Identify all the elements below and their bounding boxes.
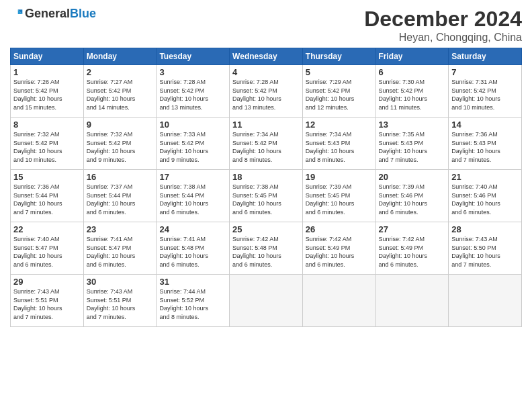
table-row: 15Sunrise: 7:36 AM Sunset: 5:44 PM Dayli… — [11, 170, 84, 222]
day-detail: Sunrise: 7:36 AM Sunset: 5:43 PM Dayligh… — [451, 130, 519, 164]
col-thursday: Thursday — [302, 48, 375, 65]
table-row: 30Sunrise: 7:43 AM Sunset: 5:51 PM Dayli… — [83, 275, 157, 327]
day-number: 5 — [306, 67, 373, 77]
table-row: 21Sunrise: 7:40 AM Sunset: 5:46 PM Dayli… — [449, 170, 522, 222]
table-row: 10Sunrise: 7:33 AM Sunset: 5:42 PM Dayli… — [157, 118, 230, 170]
day-number: 14 — [451, 120, 519, 130]
day-detail: Sunrise: 7:31 AM Sunset: 5:42 PM Dayligh… — [451, 78, 519, 111]
table-row: 2Sunrise: 7:27 AM Sunset: 5:42 PM Daylig… — [83, 65, 157, 118]
day-detail: Sunrise: 7:41 AM Sunset: 5:48 PM Dayligh… — [159, 235, 226, 269]
day-number: 30 — [87, 277, 154, 287]
table-row: 17Sunrise: 7:38 AM Sunset: 5:44 PM Dayli… — [157, 170, 230, 222]
day-number: 29 — [13, 277, 81, 287]
day-number: 20 — [379, 172, 446, 182]
table-row: 27Sunrise: 7:42 AM Sunset: 5:49 PM Dayli… — [375, 222, 449, 275]
table-row: 19Sunrise: 7:39 AM Sunset: 5:45 PM Dayli… — [302, 170, 375, 222]
day-detail: Sunrise: 7:42 AM Sunset: 5:49 PM Dayligh… — [379, 235, 446, 269]
calendar-header-row: Sunday Monday Tuesday Wednesday Thursday… — [11, 48, 522, 65]
day-number: 18 — [232, 172, 300, 182]
table-row: 8Sunrise: 7:32 AM Sunset: 5:42 PM Daylig… — [11, 118, 84, 170]
day-number: 15 — [13, 172, 81, 182]
day-detail: Sunrise: 7:44 AM Sunset: 5:52 PM Dayligh… — [159, 287, 226, 321]
table-row: 26Sunrise: 7:42 AM Sunset: 5:49 PM Dayli… — [302, 222, 375, 275]
table-row — [230, 275, 303, 327]
logo-general: GeneralBlue — [25, 7, 96, 21]
day-detail: Sunrise: 7:40 AM Sunset: 5:46 PM Dayligh… — [451, 183, 519, 216]
day-number: 17 — [159, 172, 226, 182]
title-block: December 2024 Heyan, Chongqing, China — [364, 7, 522, 44]
day-detail: Sunrise: 7:38 AM Sunset: 5:44 PM Dayligh… — [159, 183, 226, 216]
header: GeneralBlue December 2024 Heyan, Chongqi… — [10, 7, 522, 44]
table-row: 23Sunrise: 7:41 AM Sunset: 5:47 PM Dayli… — [83, 222, 157, 275]
day-number: 11 — [232, 120, 300, 130]
calendar-week-row: 15Sunrise: 7:36 AM Sunset: 5:44 PM Dayli… — [11, 170, 522, 222]
day-detail: Sunrise: 7:28 AM Sunset: 5:42 PM Dayligh… — [232, 78, 300, 111]
day-number: 8 — [13, 120, 81, 130]
table-row: 25Sunrise: 7:42 AM Sunset: 5:48 PM Dayli… — [230, 222, 303, 275]
day-detail: Sunrise: 7:34 AM Sunset: 5:42 PM Dayligh… — [232, 130, 300, 164]
day-detail: Sunrise: 7:43 AM Sunset: 5:51 PM Dayligh… — [87, 287, 154, 321]
day-detail: Sunrise: 7:35 AM Sunset: 5:43 PM Dayligh… — [379, 130, 446, 164]
day-detail: Sunrise: 7:36 AM Sunset: 5:44 PM Dayligh… — [13, 183, 81, 216]
day-detail: Sunrise: 7:40 AM Sunset: 5:47 PM Dayligh… — [13, 235, 81, 269]
day-detail: Sunrise: 7:43 AM Sunset: 5:50 PM Dayligh… — [451, 235, 519, 269]
logo-icon — [10, 7, 24, 21]
table-row: 28Sunrise: 7:43 AM Sunset: 5:50 PM Dayli… — [449, 222, 522, 275]
table-row — [375, 275, 449, 327]
subtitle: Heyan, Chongqing, China — [364, 32, 522, 44]
day-number: 9 — [87, 120, 154, 130]
day-number: 19 — [306, 172, 373, 182]
day-number: 10 — [159, 120, 226, 130]
day-number: 4 — [232, 67, 300, 77]
day-number: 16 — [87, 172, 154, 182]
day-number: 3 — [159, 67, 226, 77]
table-row: 24Sunrise: 7:41 AM Sunset: 5:48 PM Dayli… — [157, 222, 230, 275]
calendar-week-row: 8Sunrise: 7:32 AM Sunset: 5:42 PM Daylig… — [11, 118, 522, 170]
table-row: 22Sunrise: 7:40 AM Sunset: 5:47 PM Dayli… — [11, 222, 84, 275]
day-detail: Sunrise: 7:42 AM Sunset: 5:48 PM Dayligh… — [232, 235, 300, 269]
day-detail: Sunrise: 7:39 AM Sunset: 5:45 PM Dayligh… — [306, 183, 373, 216]
day-detail: Sunrise: 7:28 AM Sunset: 5:42 PM Dayligh… — [159, 78, 226, 111]
calendar-table: Sunday Monday Tuesday Wednesday Thursday… — [10, 48, 522, 327]
col-tuesday: Tuesday — [157, 48, 230, 65]
day-detail: Sunrise: 7:41 AM Sunset: 5:47 PM Dayligh… — [87, 235, 154, 269]
day-detail: Sunrise: 7:30 AM Sunset: 5:42 PM Dayligh… — [379, 78, 446, 111]
col-wednesday: Wednesday — [230, 48, 303, 65]
day-detail: Sunrise: 7:38 AM Sunset: 5:45 PM Dayligh… — [232, 183, 300, 216]
table-row — [302, 275, 375, 327]
day-number: 26 — [306, 224, 373, 234]
day-number: 27 — [379, 224, 446, 234]
table-row: 12Sunrise: 7:34 AM Sunset: 5:43 PM Dayli… — [302, 118, 375, 170]
day-number: 13 — [379, 120, 446, 130]
day-detail: Sunrise: 7:32 AM Sunset: 5:42 PM Dayligh… — [13, 130, 81, 164]
table-row: 9Sunrise: 7:32 AM Sunset: 5:42 PM Daylig… — [83, 118, 157, 170]
day-number: 6 — [379, 67, 446, 77]
table-row: 14Sunrise: 7:36 AM Sunset: 5:43 PM Dayli… — [449, 118, 522, 170]
day-number: 22 — [13, 224, 81, 234]
calendar-week-row: 22Sunrise: 7:40 AM Sunset: 5:47 PM Dayli… — [11, 222, 522, 275]
calendar-week-row: 1Sunrise: 7:26 AM Sunset: 5:42 PM Daylig… — [11, 65, 522, 118]
table-row: 11Sunrise: 7:34 AM Sunset: 5:42 PM Dayli… — [230, 118, 303, 170]
table-row: 18Sunrise: 7:38 AM Sunset: 5:45 PM Dayli… — [230, 170, 303, 222]
table-row — [449, 275, 522, 327]
day-detail: Sunrise: 7:43 AM Sunset: 5:51 PM Dayligh… — [13, 287, 81, 321]
col-monday: Monday — [83, 48, 157, 65]
day-detail: Sunrise: 7:29 AM Sunset: 5:42 PM Dayligh… — [306, 78, 373, 111]
day-number: 25 — [232, 224, 300, 234]
day-number: 21 — [451, 172, 519, 182]
day-detail: Sunrise: 7:27 AM Sunset: 5:42 PM Dayligh… — [87, 78, 154, 111]
page-container: GeneralBlue December 2024 Heyan, Chongqi… — [0, 0, 532, 334]
table-row: 31Sunrise: 7:44 AM Sunset: 5:52 PM Dayli… — [157, 275, 230, 327]
day-detail: Sunrise: 7:34 AM Sunset: 5:43 PM Dayligh… — [306, 130, 373, 164]
col-sunday: Sunday — [11, 48, 84, 65]
calendar-week-row: 29Sunrise: 7:43 AM Sunset: 5:51 PM Dayli… — [11, 275, 522, 327]
table-row: 5Sunrise: 7:29 AM Sunset: 5:42 PM Daylig… — [302, 65, 375, 118]
table-row: 29Sunrise: 7:43 AM Sunset: 5:51 PM Dayli… — [11, 275, 84, 327]
table-row: 16Sunrise: 7:37 AM Sunset: 5:44 PM Dayli… — [83, 170, 157, 222]
day-number: 24 — [159, 224, 226, 234]
main-title: December 2024 — [364, 7, 522, 32]
day-detail: Sunrise: 7:32 AM Sunset: 5:42 PM Dayligh… — [87, 130, 154, 164]
day-number: 31 — [159, 277, 226, 287]
col-friday: Friday — [375, 48, 449, 65]
table-row: 4Sunrise: 7:28 AM Sunset: 5:42 PM Daylig… — [230, 65, 303, 118]
